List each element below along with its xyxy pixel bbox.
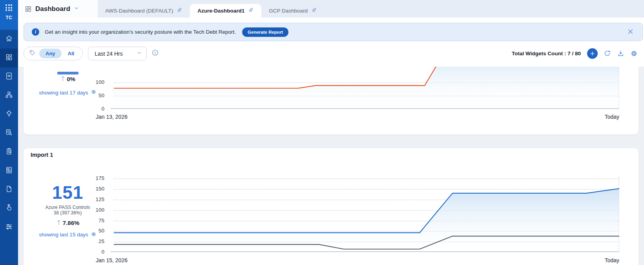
sidebar-item-settings[interactable] — [0, 218, 18, 237]
sidebar-item-insights[interactable] — [0, 105, 18, 124]
y-tick-label: 50 — [85, 92, 104, 99]
home-icon — [5, 34, 13, 44]
code-file-icon — [5, 72, 13, 82]
x-end-label: Today — [605, 114, 619, 120]
sidebar-item-audit[interactable] — [0, 143, 18, 162]
topology-icon — [5, 91, 13, 100]
sub-header: i Get an insight into your organization'… — [18, 18, 644, 67]
change-value: 0% — [67, 76, 75, 82]
dashboard-content: ↑ 0% showing last 17 days 050100 Jan 13,… — [18, 67, 644, 265]
page-title: Dashboard — [35, 5, 70, 13]
time-range-select[interactable]: Last 24 Hrs — [88, 47, 147, 60]
add-widget-button[interactable] — [587, 48, 598, 59]
tab-azure-dashboard1[interactable]: Azure-Dashboard1 — [190, 4, 261, 18]
tab-aws-dashboard[interactable]: AWS-Dashboard (DEFAULT) — [98, 4, 190, 18]
avatar[interactable]: TC — [6, 15, 13, 20]
chart-area — [114, 176, 619, 252]
sidebar: TC — [0, 0, 18, 265]
line-chart — [114, 176, 619, 252]
filter-info-icon[interactable] — [151, 49, 159, 58]
y-tick-label: 75 — [85, 217, 104, 224]
close-icon[interactable] — [627, 28, 634, 36]
y-tick-label: 100 — [85, 79, 104, 86]
clipboard-search-icon — [5, 147, 13, 157]
hand-click-icon — [5, 204, 13, 213]
generate-report-button[interactable]: Generate Report — [242, 27, 288, 37]
top-bar: Dashboard AWS-Dashboard (DEFAULT) Azure-… — [18, 0, 644, 18]
sidebar-item-doc-search[interactable] — [0, 124, 18, 143]
tab-gcp-dashboard[interactable]: GCP Dashboard — [261, 4, 325, 18]
tech-debt-banner: i Get an insight into your organization'… — [24, 23, 643, 41]
tab-label: GCP Dashboard — [269, 8, 308, 14]
document-search-icon — [5, 129, 13, 138]
y-tick-label: 100 — [85, 207, 104, 214]
change-value: 7.86% — [63, 220, 80, 226]
y-tick-label: 0 — [85, 249, 104, 256]
sidebar-top: TC — [0, 0, 18, 30]
y-tick-label: 0 — [85, 105, 104, 113]
file-icon — [5, 185, 13, 194]
match-any-button[interactable]: Any — [39, 49, 62, 58]
dashboard-icon — [5, 53, 13, 63]
x-axis-labels: Jan 13, 2026 Today — [114, 114, 619, 120]
app-window: TC — [0, 0, 644, 265]
apps-waffle-icon[interactable] — [5, 4, 13, 11]
chevron-down-icon[interactable] — [74, 5, 79, 13]
widget-card-import-1: Import 1 151 Azure PASS Controls 38 (397… — [24, 148, 639, 265]
y-tick-label: 175 — [85, 175, 104, 182]
sidebar-item-reports[interactable] — [0, 162, 18, 180]
info-icon: i — [32, 28, 39, 36]
arrow-up-icon: ↑ — [56, 220, 62, 226]
y-tick-label: 25 — [85, 238, 104, 245]
sidebar-item-topology[interactable] — [0, 86, 18, 105]
tab-label: Azure-Dashboard1 — [197, 8, 244, 14]
download-button[interactable] — [617, 50, 624, 57]
x-start-label: Jan 13, 2026 — [96, 114, 128, 120]
settings-gear-icon[interactable] — [630, 50, 638, 57]
y-tick-label: 150 — [85, 185, 104, 192]
sidebar-item-code[interactable] — [0, 67, 18, 86]
chart-area — [114, 67, 619, 109]
tag-match-toggle: Any All — [24, 47, 83, 60]
clipped-stat-remnant — [57, 72, 78, 74]
x-start-label: Jan 15, 2026 — [96, 257, 128, 263]
dashboard-title-block[interactable]: Dashboard — [18, 0, 98, 18]
sidebar-item-actions[interactable] — [0, 199, 18, 218]
match-all-button[interactable]: All — [62, 49, 81, 58]
tag-icon — [29, 49, 36, 58]
banner-text: Get an insight into your organization's … — [45, 29, 236, 35]
y-axis: 050100 — [82, 67, 109, 109]
total-widgets-count: Total Widgets Count : 7 / 80 — [512, 51, 581, 56]
sidebar-item-dashboard[interactable] — [0, 49, 18, 67]
chevron-down-icon — [137, 50, 142, 57]
dashboard-tabs: AWS-Dashboard (DEFAULT) Azure-Dashboard1… — [98, 0, 325, 18]
widget-title: Import 1 — [31, 152, 53, 158]
y-tick-label: 50 — [85, 227, 104, 234]
pin-icon[interactable] — [248, 7, 254, 15]
x-end-label: Today — [605, 257, 619, 263]
showing-label: showing last 15 days — [39, 232, 88, 238]
y-tick-label: 125 — [85, 196, 104, 203]
sidebar-item-home[interactable] — [0, 30, 18, 49]
tab-label: AWS-Dashboard (DEFAULT) — [105, 8, 173, 14]
lightbulb-icon — [5, 110, 13, 119]
arrow-up-icon: ↑ — [60, 76, 66, 82]
time-range-value: Last 24 Hrs — [95, 51, 123, 57]
filter-bar: Any All Last 24 Hrs Total Widgets Count … — [24, 47, 638, 60]
pin-icon[interactable] — [311, 7, 317, 15]
x-axis-labels: Jan 15, 2026 Today — [114, 257, 619, 263]
showing-label: showing last 17 days — [39, 90, 88, 96]
dashboard-grid-icon — [25, 5, 32, 13]
pin-icon[interactable] — [176, 7, 182, 15]
sliders-icon — [5, 223, 13, 232]
widget-card-1: ↑ 0% showing last 17 days 050100 Jan 13,… — [24, 67, 639, 134]
refresh-button[interactable] — [604, 50, 611, 57]
line-chart — [114, 67, 619, 109]
sidebar-item-files[interactable] — [0, 180, 18, 199]
report-icon — [5, 166, 13, 176]
y-axis: 0255075100125150175 — [82, 176, 109, 252]
